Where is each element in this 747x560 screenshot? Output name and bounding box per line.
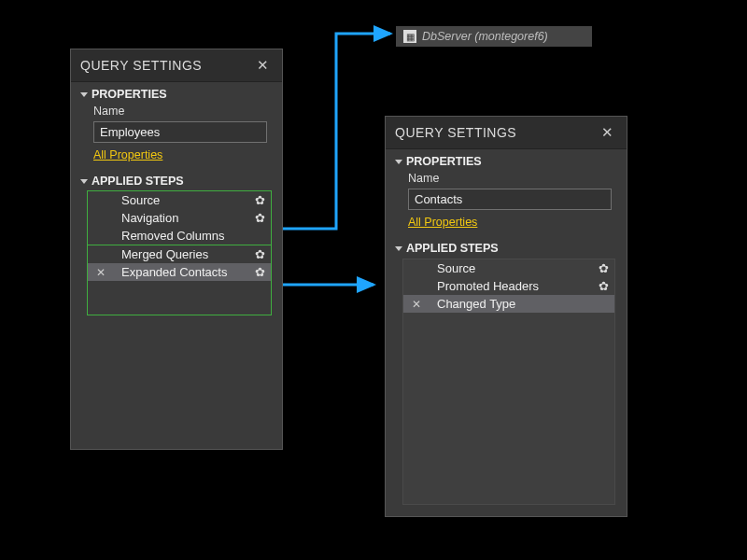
gear-icon[interactable]: ✿	[255, 211, 265, 225]
twisty-down-icon	[395, 246, 402, 251]
step-label: Merged Queries	[110, 247, 208, 261]
delete-icon[interactable]: ✕	[411, 298, 422, 311]
gear-icon[interactable]: ✿	[255, 193, 265, 207]
query-settings-panel-employees: QUERY SETTINGS ✕ PROPERTIES Name All Pro…	[70, 49, 283, 450]
panel-title: QUERY SETTINGS	[80, 58, 202, 73]
applied-step[interactable]: ✕Expanded Contacts✿	[88, 263, 271, 281]
applied-step[interactable]: ✕Changed Type	[403, 295, 614, 313]
gear-icon[interactable]: ✿	[255, 265, 265, 279]
step-label: Removed Columns	[110, 229, 225, 243]
panel-title: QUERY SETTINGS	[395, 125, 516, 140]
name-input[interactable]	[408, 189, 612, 210]
applied-step[interactable]: Removed Columns	[88, 227, 271, 245]
query-settings-panel-contacts: QUERY SETTINGS ✕ PROPERTIES Name All Pro…	[385, 116, 627, 517]
twisty-down-icon	[395, 160, 402, 164]
close-icon[interactable]: ✕	[598, 124, 617, 141]
db-server-node[interactable]: ▦ DbServer (montegoref6)	[396, 26, 592, 47]
properties-label: PROPERTIES	[92, 88, 167, 101]
twisty-down-icon	[80, 92, 88, 97]
panel-header: QUERY SETTINGS ✕	[386, 117, 627, 149]
close-icon[interactable]: ✕	[253, 57, 273, 74]
step-label: Expanded Contacts	[110, 265, 227, 279]
gear-icon[interactable]: ✿	[255, 247, 265, 261]
applied-step[interactable]: Promoted Headers✿	[403, 277, 614, 295]
panel-header: QUERY SETTINGS ✕	[71, 49, 282, 82]
applied-steps-section-header[interactable]: APPLIED STEPS	[80, 175, 273, 188]
db-server-label: DbServer (montegoref6)	[422, 30, 548, 43]
step-label: Source	[426, 261, 475, 275]
all-properties-link[interactable]: All Properties	[395, 214, 477, 236]
applied-step[interactable]: Merged Queries✿	[88, 245, 271, 263]
applied-step[interactable]: Navigation✿	[88, 209, 271, 227]
applied-steps-label: APPLIED STEPS	[406, 242, 499, 255]
step-label: Changed Type	[426, 297, 515, 311]
properties-section-header[interactable]: PROPERTIES	[80, 88, 273, 101]
step-label: Source	[110, 193, 160, 207]
applied-steps-section-header[interactable]: APPLIED STEPS	[395, 242, 617, 255]
all-properties-link[interactable]: All Properties	[80, 147, 162, 169]
applied-steps-label: APPLIED STEPS	[92, 175, 184, 188]
gear-icon[interactable]: ✿	[599, 279, 609, 293]
applied-steps-list: Source✿Promoted Headers✿✕Changed Type	[402, 259, 615, 505]
applied-steps-list: Source✿Navigation✿Removed ColumnsMerged …	[88, 191, 271, 315]
twisty-down-icon	[80, 179, 88, 184]
properties-label: PROPERTIES	[406, 155, 482, 168]
name-label: Name	[80, 101, 273, 119]
applied-step[interactable]: Source✿	[88, 191, 271, 209]
name-input[interactable]	[93, 121, 267, 143]
step-label: Promoted Headers	[426, 279, 539, 293]
properties-section-header[interactable]: PROPERTIES	[395, 155, 617, 168]
delete-icon[interactable]: ✕	[95, 266, 106, 279]
applied-step[interactable]: Source✿	[403, 259, 614, 277]
gear-icon[interactable]: ✿	[599, 261, 609, 275]
name-label: Name	[395, 168, 617, 187]
step-label: Navigation	[110, 211, 178, 225]
database-icon: ▦	[403, 30, 416, 43]
